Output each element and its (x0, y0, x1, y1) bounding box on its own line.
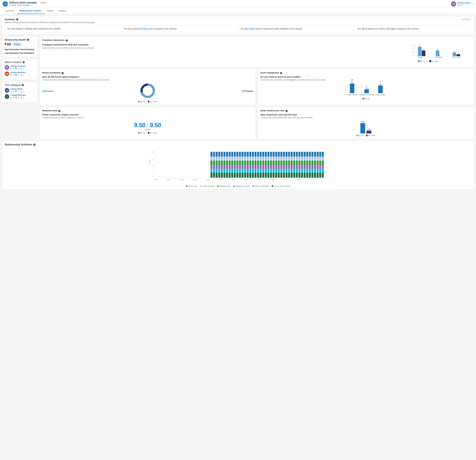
ee-label-2: Attachments viewed (359, 94, 374, 96)
health-info-icon[interactable]: i (27, 39, 29, 41)
rt-info-icon[interactable]: i (58, 110, 60, 112)
svg-rect-286 (317, 169, 319, 173)
svg-rect-251 (301, 173, 303, 178)
svg-rect-99 (237, 165, 238, 169)
svg-rect-54 (218, 152, 220, 157)
rt-legend-us: By Us (138, 132, 145, 134)
email-engagement-card: Email engagement i Do you need to work o… (258, 69, 474, 105)
svg-rect-102 (239, 152, 241, 157)
ee-bar-3: 8% Links clicked (376, 81, 385, 96)
esr-legend-them-label: By Them (368, 134, 375, 136)
esr-bar-byus (360, 123, 365, 133)
ci-info-icon[interactable]: i (66, 39, 68, 42)
svg-rect-83 (229, 173, 231, 178)
svg-rect-78 (229, 152, 231, 157)
colleagues-info-icon[interactable]: i (22, 84, 24, 86)
rt-unit: HOURS (42, 129, 253, 130)
hi-info-icon[interactable]: i (61, 72, 64, 74)
svg-rect-228 (293, 152, 295, 157)
chevron-down-icon[interactable]: ⌄ (30, 4, 32, 7)
svg-text:5 Jan: 5 Jan (206, 179, 209, 180)
tab-relationship-analytics[interactable]: Relationship Analytics (17, 8, 44, 14)
health-label: Relationship Health i (5, 38, 35, 41)
svg-rect-86 (231, 161, 233, 165)
rt-by-them: 9.50 (150, 122, 161, 129)
svg-rect-278 (314, 161, 316, 165)
contact-rt: RT Richard Thomas ✉ 3 📅 5 📋 1 (5, 65, 35, 70)
last-label: Last interaction: (5, 52, 20, 54)
colleague-pp-name[interactable]: # PpdfCDSClient (10, 94, 26, 96)
svg-rect-237 (296, 165, 298, 169)
rt-separator: / (147, 123, 149, 128)
svg-text:2: 2 (413, 51, 414, 53)
record-type: Contact (9, 4, 16, 6)
bar-date23-mr (211, 165, 212, 169)
app-link[interactable]: Sales Insights (18, 4, 30, 6)
contact-sm-stats: ✉ 3 📅 5 📋 1 (10, 74, 26, 76)
esr-info-icon[interactable]: i (285, 110, 288, 112)
rt-by-us: 9.50 (134, 122, 145, 129)
svg-rect-155 (260, 173, 262, 178)
svg-rect-94 (234, 169, 236, 173)
svg-rect-220 (288, 169, 290, 173)
svg-rect-144 (257, 152, 259, 157)
svg-rect-137 (252, 173, 254, 178)
svg-text:0: 0 (152, 175, 153, 177)
svg-rect-206 (283, 161, 285, 165)
tab-related[interactable]: Related ⌄ (56, 8, 71, 14)
ee-pct-2: 4 (366, 85, 367, 87)
left-panel: Relationship Health i Fair Steady Next i… (2, 36, 38, 139)
ee-legend-label: By Us (365, 98, 369, 99)
svg-rect-294 (322, 152, 324, 157)
svg-rect-270 (312, 152, 314, 157)
svg-rect-260 (306, 161, 308, 165)
tab-details[interactable]: Details (44, 8, 56, 14)
colleague-ks-avatar: KS (5, 88, 9, 93)
ee-info-icon[interactable]: i (280, 72, 282, 74)
contact-sm-name[interactable]: Sandra Martinez (10, 71, 26, 74)
ra-legend-es: Emails sent (186, 185, 197, 187)
contact-sm-avatar: SM (5, 71, 9, 76)
tab-summary[interactable]: Summary (3, 8, 17, 14)
svg-rect-130 (249, 169, 251, 173)
svg-rect-268 (309, 169, 311, 173)
email-send-receive-card: Email send/receive ratio i Stay responsi… (258, 107, 474, 139)
svg-rect-91 (234, 157, 236, 161)
svg-rect-64 (221, 169, 223, 173)
svg-rect-60 (221, 152, 223, 157)
svg-rect-147 (257, 165, 259, 169)
contact-rt-name[interactable]: Richard Thomas (10, 65, 26, 67)
svg-rect-114 (244, 152, 246, 157)
summary-info-icon[interactable]: i (16, 18, 18, 21)
prev-icon[interactable]: ‹ (461, 18, 461, 21)
svg-rect-87 (231, 165, 233, 169)
svg-rect-128 (249, 161, 251, 165)
svg-rect-293 (319, 173, 321, 178)
meeting-icon-pp: 📅 (15, 97, 17, 99)
contacts-info-icon[interactable]: i (23, 61, 25, 63)
svg-rect-119 (244, 173, 246, 178)
svg-rect-92 (234, 161, 236, 165)
user-name[interactable]: Kenny Smith (457, 2, 470, 4)
svg-rect-153 (260, 165, 262, 169)
colleague-ks-name[interactable]: Kenny Smith (10, 88, 24, 90)
chevron-down-icon-header[interactable]: ⌄ (471, 3, 473, 5)
ra-info-icon[interactable]: i (33, 144, 36, 146)
svg-rect-88 (231, 169, 233, 173)
rt-legend-them-dot (148, 132, 149, 134)
svg-rect-248 (301, 161, 303, 165)
esr-legend-us-dot (357, 135, 358, 136)
svg-rect-181 (273, 157, 275, 161)
svg-rect-106 (239, 169, 241, 173)
meeting-icon: 📅 (15, 68, 17, 70)
svg-rect-152 (260, 161, 262, 165)
next-icon[interactable]: › (470, 18, 471, 21)
svg-rect-48 (216, 152, 218, 157)
contact-rt-avatar: RT (5, 65, 9, 70)
svg-rect-247 (301, 157, 303, 161)
ra-legend-ms: Meetings sent (217, 185, 230, 187)
esr-bar-them: 11% (366, 128, 371, 133)
hi-legend: By Us By Them (42, 101, 253, 103)
rt-heading: Faster responses impact success (42, 113, 253, 116)
esr-legend: By Us By Them (261, 134, 471, 136)
